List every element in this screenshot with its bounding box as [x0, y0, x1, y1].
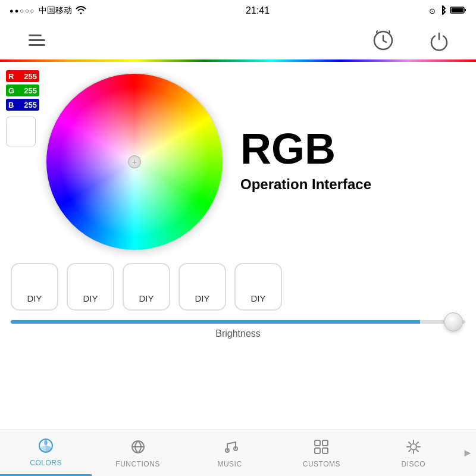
- power-button[interactable]: [426, 27, 452, 54]
- diy-button-3[interactable]: DIY: [123, 263, 170, 311]
- music-icon: [221, 439, 238, 458]
- svg-rect-9: [322, 440, 328, 446]
- main-content: R 255 G 255 B 255 + RGB Operation Interf…: [0, 62, 476, 251]
- brightness-label: Brightness: [11, 328, 465, 339]
- rgb-subtitle: Operation Interface: [240, 175, 469, 193]
- tab-bar: COLORS FUNCTIONS MUSIC: [0, 430, 476, 476]
- power-icon: [428, 30, 450, 51]
- carrier-label: 中国移动: [39, 5, 72, 16]
- disco-icon: [405, 439, 422, 458]
- bluetooth-icon: [439, 5, 446, 17]
- tab-colors[interactable]: COLORS: [0, 430, 92, 476]
- wheel-center-marker: +: [128, 155, 141, 168]
- svg-line-20: [409, 450, 411, 452]
- svg-line-17: [409, 442, 411, 444]
- b-label: B 255: [6, 99, 39, 111]
- svg-line-19: [416, 442, 418, 444]
- menu-button[interactable]: [24, 27, 50, 54]
- diy-button-5[interactable]: DIY: [234, 263, 282, 311]
- tab-forward-arrow[interactable]: ►: [459, 430, 476, 476]
- tab-music[interactable]: MUSIC: [184, 430, 275, 476]
- diy-button-2[interactable]: DIY: [67, 263, 114, 311]
- svg-rect-8: [315, 440, 320, 446]
- lock-icon: ⊙: [429, 7, 436, 15]
- color-preview: [6, 117, 36, 146]
- brightness-thumb[interactable]: [444, 312, 463, 331]
- tab-colors-label: COLORS: [30, 459, 62, 467]
- diy-button-1[interactable]: DIY: [11, 263, 58, 311]
- wifi-icon: [76, 6, 86, 16]
- customs-icon: [313, 439, 330, 458]
- functions-icon: [130, 439, 146, 458]
- tab-music-label: MUSIC: [217, 460, 242, 468]
- svg-rect-11: [322, 448, 328, 453]
- tab-customs-label: CUSTOMS: [303, 460, 340, 468]
- status-left: ●●○○○ 中国移动: [10, 5, 86, 16]
- hamburger-icon: [29, 35, 45, 46]
- tab-disco[interactable]: DISCO: [368, 430, 459, 476]
- color-wheel-container[interactable]: +: [45, 73, 224, 251]
- top-nav: [0, 21, 476, 60]
- colors-icon: [37, 437, 54, 456]
- svg-rect-1: [452, 8, 464, 12]
- tab-functions-label: FUNCTIONS: [115, 460, 160, 468]
- r-label: R 255: [6, 70, 39, 82]
- left-panel: R 255 G 255 B 255: [6, 70, 40, 251]
- tab-functions[interactable]: FUNCTIONS: [92, 430, 183, 476]
- status-time: 21:41: [246, 5, 270, 16]
- status-bar: ●●○○○ 中国移动 21:41 ⊙: [0, 0, 476, 21]
- rgb-title: RGB: [240, 127, 469, 170]
- svg-rect-2: [465, 9, 466, 11]
- brightness-section: Brightness: [0, 318, 476, 344]
- diy-row: DIY DIY DIY DIY DIY: [0, 251, 476, 318]
- brightness-track[interactable]: [11, 320, 465, 324]
- g-label: G 255: [6, 84, 39, 96]
- battery-icon: [450, 6, 466, 16]
- svg-rect-10: [315, 448, 320, 453]
- right-text-panel: RGB Operation Interface: [228, 70, 469, 251]
- status-right: ⊙: [429, 5, 466, 17]
- svg-point-12: [411, 444, 416, 450]
- tab-disco-label: DISCO: [402, 460, 426, 468]
- clock-icon: [372, 30, 394, 51]
- diy-button-4[interactable]: DIY: [178, 263, 226, 311]
- tab-customs[interactable]: CUSTOMS: [275, 430, 367, 476]
- signal-dots: ●●○○○: [10, 7, 35, 14]
- svg-line-18: [416, 450, 418, 452]
- clock-button[interactable]: [370, 27, 396, 54]
